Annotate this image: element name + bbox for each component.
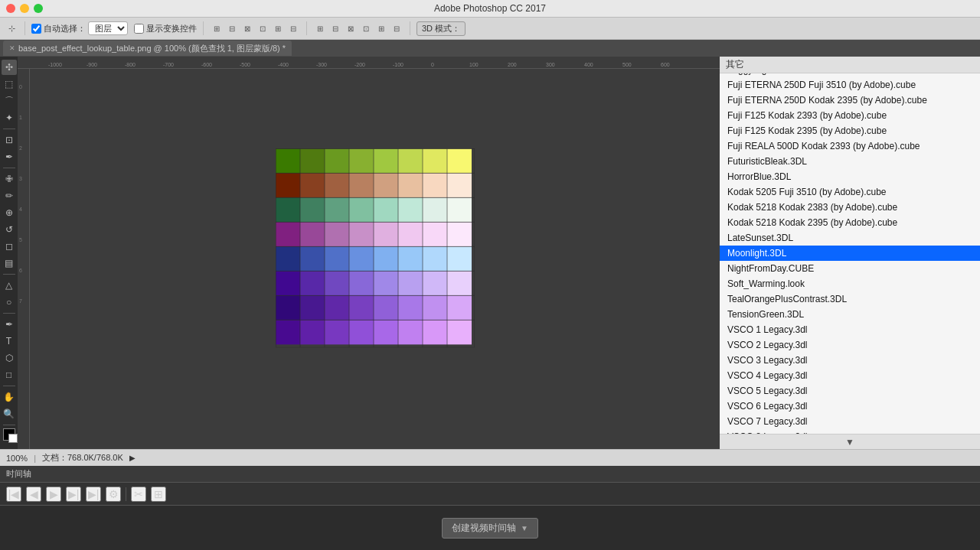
align-top-btn[interactable]: ⊡	[256, 21, 270, 35]
ruler-v-mark: 2	[19, 145, 22, 151]
align-middle-btn[interactable]: ⊞	[271, 21, 285, 35]
dist-top-btn[interactable]: ⊡	[359, 21, 373, 35]
list-item[interactable]: LateSunset.3DL	[720, 230, 980, 246]
eyedropper-tool[interactable]: ✒	[2, 149, 17, 164]
list-item[interactable]: Fuji REALA 500D Kodak 2393 (by Adobe).cu…	[720, 138, 980, 154]
history-tool[interactable]: ↺	[2, 222, 17, 237]
tab-close-icon[interactable]: ✕	[9, 44, 15, 52]
tool-separator-6	[3, 425, 15, 425]
create-btn-dropdown-icon[interactable]: ▼	[521, 524, 528, 532]
list-item[interactable]: Kodak 5218 Kodak 2383 (by Adobe).cube	[720, 200, 980, 215]
list-item[interactable]: VSCO 7 Legacy.3dl	[720, 414, 980, 429]
foreground-color[interactable]	[3, 428, 15, 441]
svg-rect-34	[300, 246, 325, 271]
list-item[interactable]: Fuji ETERNA 250D Kodak 2395 (by Adobe).c…	[720, 93, 980, 108]
hand-tool[interactable]: ✋	[2, 389, 17, 405]
step-back-btn[interactable]: ◀	[26, 487, 41, 502]
blur-tool[interactable]: △	[2, 278, 17, 293]
svg-rect-20	[349, 197, 374, 222]
canvas-background[interactable]	[30, 69, 720, 449]
crop-tool[interactable]: ⊡	[2, 132, 17, 148]
dist-bottom-btn[interactable]: ⊟	[390, 21, 403, 35]
gradient-tool[interactable]: ▤	[2, 255, 17, 271]
svg-rect-41	[276, 271, 300, 295]
list-item[interactable]: VSCO 4 Legacy.3dl	[720, 368, 980, 383]
transition-btn[interactable]: ⊞	[151, 487, 166, 502]
svg-rect-64	[447, 320, 472, 344]
left-toolbar: ✣ ⬚ ⌒ ✦ ⊡ ✒ ✙ ✏ ⊕ ↺ ◻ ▤ △ ○ ✒ T ⬡ □ ✋ 🔍	[0, 57, 18, 449]
auto-select-checkbox[interactable]	[31, 24, 41, 34]
list-item[interactable]: Fuji F125 Kodak 2395 (by Adobe).cube	[720, 123, 980, 138]
selection-tool[interactable]: ⬚	[2, 76, 17, 92]
shape-tool[interactable]: □	[2, 367, 17, 382]
cut-btn[interactable]: ✂	[131, 487, 146, 502]
lut-list[interactable]: 2Strip.look3Strip.lookBleach Bypass.look…	[720, 73, 980, 434]
list-item[interactable]: Moonlight.3DL	[720, 246, 980, 261]
list-item[interactable]: VSCO 5 Legacy.3dl	[720, 383, 980, 399]
path-tool[interactable]: ⬡	[2, 350, 17, 366]
list-item[interactable]: Fuji ETERNA 250D Fuji 3510 (by Adobe).cu…	[720, 77, 980, 93]
scroll-down-btn[interactable]: ▼	[720, 434, 980, 449]
list-item[interactable]: VSCO 1 Legacy.3dl	[720, 322, 980, 337]
heal-tool[interactable]: ✙	[2, 171, 17, 187]
dist-center-btn[interactable]: ⊟	[328, 21, 342, 35]
list-item[interactable]: TensionGreen.3DL	[720, 307, 980, 322]
list-item[interactable]: Fuji F125 Kodak 2393 (by Adobe).cube	[720, 108, 980, 123]
auto-select-label: 自动选择：	[44, 23, 86, 34]
close-button[interactable]	[6, 4, 15, 13]
align-right-btn[interactable]: ⊠	[240, 21, 254, 35]
list-item[interactable]: VSCO 2 Legacy.3dl	[720, 337, 980, 353]
list-item[interactable]: TealOrangePlusContrast.3DL	[720, 291, 980, 307]
go-start-btn[interactable]: |◀	[6, 487, 21, 502]
ruler-mark: -300	[316, 57, 327, 68]
clone-tool[interactable]: ⊕	[2, 205, 17, 220]
magic-wand-tool[interactable]: ✦	[2, 110, 17, 125]
move-tool[interactable]: ✣	[2, 60, 17, 75]
transform-group: 显示变换控件	[134, 23, 197, 34]
pen-tool[interactable]: ✒	[2, 317, 17, 332]
svg-rect-31	[423, 222, 447, 246]
toolbar-separator-3	[306, 21, 307, 35]
distribute-buttons: ⊞ ⊟ ⊠ ⊡ ⊞ ⊟	[313, 21, 403, 35]
svg-rect-0	[276, 148, 300, 173]
list-item[interactable]: HorrorBlue.3DL	[720, 169, 980, 184]
svg-rect-56	[447, 295, 472, 320]
dodge-tool[interactable]: ○	[2, 295, 17, 310]
settings-btn[interactable]: ⚙	[106, 487, 121, 502]
transform-checkbox[interactable]	[134, 24, 144, 34]
play-btn[interactable]: ▶	[46, 487, 61, 502]
align-center-h-btn[interactable]: ⊟	[225, 21, 239, 35]
svg-rect-13	[374, 173, 398, 197]
zoom-tool[interactable]: 🔍	[2, 406, 17, 421]
maximize-button[interactable]	[34, 4, 43, 13]
list-item[interactable]: NightFromDay.CUBE	[720, 261, 980, 276]
move-tool-icon[interactable]: ⊹	[5, 21, 18, 35]
text-tool[interactable]: T	[2, 334, 17, 349]
svg-rect-1	[300, 148, 325, 173]
list-item[interactable]: Kodak 5205 Fuji 3510 (by Adobe).cube	[720, 184, 980, 200]
step-forward-btn[interactable]: ▶|	[66, 487, 81, 502]
3d-mode-btn[interactable]: 3D 模式：	[416, 21, 466, 36]
document-tab[interactable]: ✕ base_post_effect_lookup_table.png @ 10…	[3, 41, 292, 56]
list-item[interactable]: FuturisticBleak.3DL	[720, 154, 980, 169]
list-item[interactable]: VSCO 3 Legacy.3dl	[720, 353, 980, 368]
timeline-body: 创建视频时间轴 ▼	[0, 506, 980, 550]
go-end-btn[interactable]: ▶|	[86, 487, 101, 502]
create-video-timeline-btn[interactable]: 创建视频时间轴 ▼	[442, 518, 538, 539]
minimize-button[interactable]	[20, 4, 29, 13]
svg-rect-17	[276, 197, 300, 222]
dist-right-btn[interactable]: ⊠	[344, 21, 358, 35]
list-item[interactable]: VSCO 6 Legacy.3dl	[720, 399, 980, 414]
dist-left-btn[interactable]: ⊞	[313, 21, 327, 35]
align-bottom-btn[interactable]: ⊟	[286, 21, 300, 35]
lasso-tool[interactable]: ⌒	[2, 93, 17, 109]
eraser-tool[interactable]: ◻	[2, 239, 17, 254]
status-more-btn[interactable]: ▶	[129, 454, 136, 462]
list-item[interactable]: Kodak 5218 Kodak 2395 (by Adobe).cube	[720, 215, 980, 230]
transform-label: 显示变换控件	[146, 23, 197, 34]
dist-middle-btn[interactable]: ⊞	[374, 21, 388, 35]
layer-select[interactable]: 图层	[88, 21, 128, 35]
align-left-btn[interactable]: ⊞	[210, 21, 224, 35]
brush-tool[interactable]: ✏	[2, 188, 17, 203]
list-item[interactable]: Soft_Warming.look	[720, 276, 980, 291]
